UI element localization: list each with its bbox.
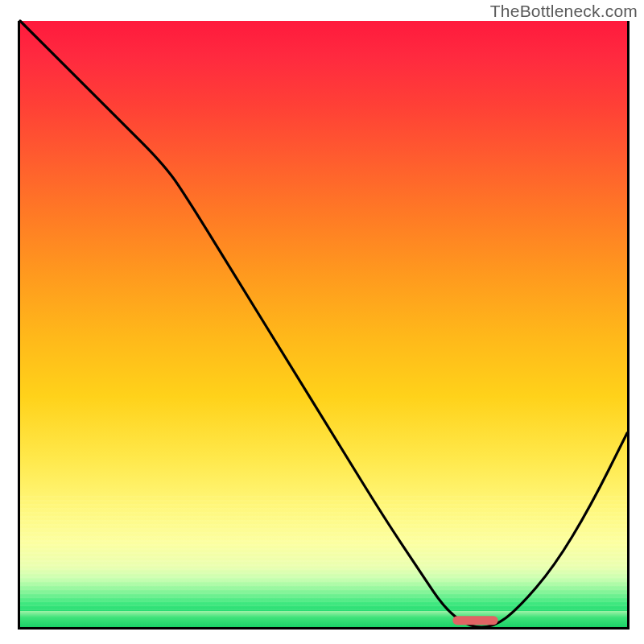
bottleneck-curve: [20, 21, 627, 627]
chart-curve-layer: [20, 21, 627, 627]
chart-plot-area: [18, 21, 630, 630]
watermark-text: TheBottleneck.com: [490, 2, 638, 21]
